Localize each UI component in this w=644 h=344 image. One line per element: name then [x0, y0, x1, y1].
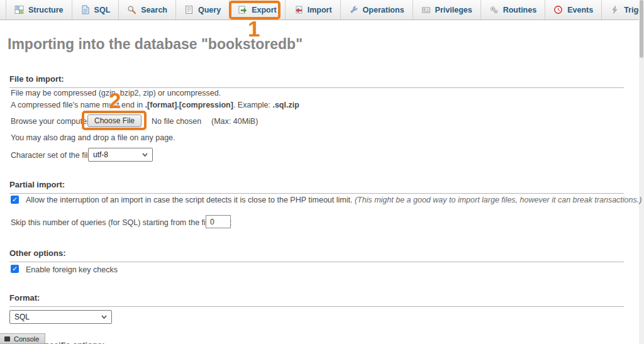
tab-label: Operations — [363, 6, 404, 14]
events-icon — [553, 5, 563, 14]
compression-info-line2: A compressed file's name must end in .[f… — [11, 101, 299, 109]
max-upload-size: (Max: 40MiB) — [211, 117, 258, 126]
page-title: Importing into the database "bookstoredb… — [8, 36, 303, 53]
drag-drop-hint: You may also drag and drop a file on any… — [11, 133, 175, 142]
foreign-key-checks-label: Enable foreign key checks — [26, 265, 118, 274]
tab-label: Import — [308, 6, 332, 14]
chevron-down-icon — [142, 153, 148, 157]
tab-label: Events — [567, 6, 593, 14]
other-options-heading: Other options: — [9, 248, 624, 262]
format-select[interactable]: SQL — [9, 310, 112, 324]
tab-label: Structure — [28, 6, 64, 14]
interrupt-note: (This might be a good way to import larg… — [355, 196, 641, 204]
tab-label: SQL — [94, 6, 111, 14]
tab-triggers[interactable]: Triggers — [602, 0, 644, 19]
console-label: Console — [14, 335, 39, 343]
console-toggle[interactable]: Console — [0, 333, 45, 344]
format-selected-value: SQL — [14, 313, 30, 321]
tab-privileges[interactable]: Privileges — [413, 0, 481, 19]
triggers-icon — [610, 5, 619, 14]
console-icon — [4, 336, 10, 341]
no-file-chosen-text: No file chosen — [152, 117, 201, 126]
tab-label: Export — [252, 6, 277, 14]
charset-label: Character set of the file: — [11, 151, 94, 160]
operations-icon — [349, 5, 358, 14]
tab-label: Query — [198, 6, 221, 14]
vertical-scrollbar[interactable] — [639, 0, 644, 344]
tab-operations[interactable]: Operations — [341, 0, 413, 19]
privileges-icon — [421, 5, 431, 14]
tab-query[interactable]: Query — [176, 0, 230, 19]
partial-import-heading: Partial import: — [9, 180, 624, 194]
line2-prefix: A compressed file's name must end in — [11, 101, 145, 109]
allow-interruption-checkbox[interactable]: ✓ — [11, 196, 19, 204]
interrupt-text: Allow the interruption of an import in c… — [26, 196, 355, 204]
charset-selected-value: utf-8 — [93, 150, 108, 159]
import-icon — [294, 5, 303, 14]
file-to-import-heading: File to import: — [9, 74, 624, 88]
tab-label: Routines — [503, 6, 536, 14]
tab-import[interactable]: Import — [286, 0, 341, 19]
tab-sql[interactable]: SQL — [72, 0, 119, 19]
tab-routines[interactable]: Routines — [481, 0, 545, 19]
search-icon — [127, 5, 136, 14]
choose-file-button[interactable]: Choose File — [87, 114, 142, 127]
sql-icon — [80, 5, 90, 14]
structure-icon — [14, 5, 24, 14]
browse-computer-label: Browse your computer: — [11, 117, 92, 126]
charset-select[interactable]: utf-8 — [88, 148, 153, 162]
tab-label: Search — [141, 6, 167, 14]
skip-queries-input[interactable] — [206, 215, 231, 228]
tab-search[interactable]: Search — [119, 0, 176, 19]
line2-mid: . Example: — [233, 101, 273, 109]
foreign-key-checks-checkbox[interactable]: ✓ — [11, 265, 19, 273]
scrollbar-thumb[interactable] — [640, 0, 643, 58]
line2-example: .sql.zip — [272, 101, 299, 109]
tab-label: Privileges — [435, 6, 472, 14]
format-heading: Format: — [9, 293, 624, 307]
phpmyadmin-import-page: Structure SQL Search Query Export Import… — [0, 0, 644, 344]
tab-export[interactable]: Export — [230, 0, 286, 19]
routines-icon — [489, 5, 499, 14]
query-icon — [184, 5, 194, 14]
tab-structure[interactable]: Structure — [6, 0, 72, 19]
database-tab-bar: Structure SQL Search Query Export Import… — [0, 0, 639, 20]
chevron-down-icon — [101, 315, 107, 319]
skip-queries-label: Skip this number of queries (for SQL) st… — [11, 218, 232, 227]
export-icon — [238, 5, 247, 14]
compression-info-line1: File may be compressed (gzip, bzip2, zip… — [11, 89, 221, 97]
line2-format-pattern: .[format].[compression] — [145, 101, 233, 109]
allow-interruption-label: Allow the interruption of an import in c… — [26, 196, 641, 204]
tab-events[interactable]: Events — [545, 0, 602, 19]
